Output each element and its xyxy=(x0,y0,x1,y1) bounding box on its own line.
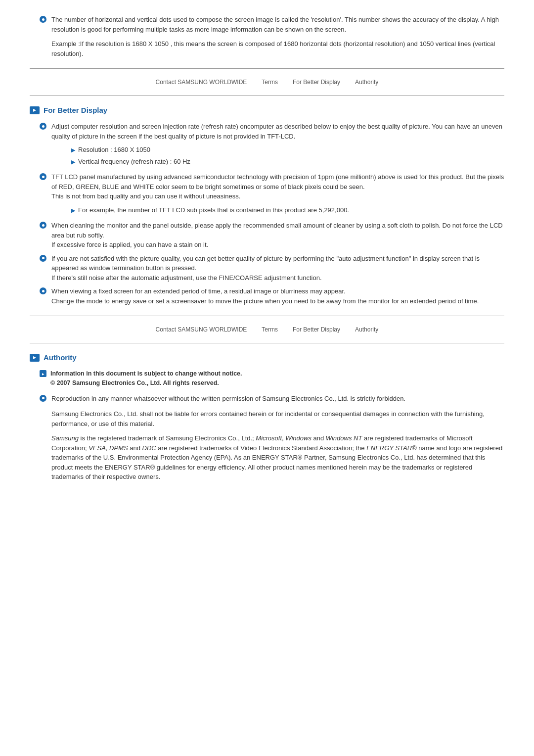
fbd-sub-1b: ▶ Vertical frequency (refresh rate) : 60… xyxy=(71,157,504,167)
nav-bar-2: Contact SAMSUNG WORLDWIDE Terms For Bett… xyxy=(30,326,504,333)
nav-authority-2[interactable]: Authority xyxy=(355,326,378,333)
fbd-sub-1a: ▶ Resolution : 1680 X 1050 xyxy=(71,145,504,155)
nav-divider-1 xyxy=(30,68,504,69)
fbd-text-2: TFT LCD panel manufactured by using adva… xyxy=(51,172,504,217)
arrow-icon-1a: ▶ xyxy=(71,146,75,154)
fbd-bullet-dot-4 xyxy=(40,255,46,262)
authority-para-2-windows: Windows xyxy=(285,434,312,442)
fbd-bullet-dot-1 xyxy=(40,123,46,130)
fbd-bullet-5: When viewing a fixed screen for an exten… xyxy=(40,286,504,306)
bullet-dot-icon xyxy=(40,16,46,23)
intro-bullet-1: The number of horizontal and vertical do… xyxy=(40,15,504,34)
authority-para-2-ddc: DDC xyxy=(142,444,156,452)
authority-notice: Information in this document is subject … xyxy=(40,369,504,388)
fbd-text-3: When cleaning the monitor and the panel … xyxy=(51,221,504,250)
fbd-sub-text-1b: Vertical frequency (refresh rate) : 60 H… xyxy=(78,157,504,167)
fbd-bullet-3: When cleaning the monitor and the panel … xyxy=(40,221,504,250)
authority-para-2-microsoft: Microsoft xyxy=(256,434,282,442)
arrow-icon-2a: ▶ xyxy=(71,206,75,215)
fbd-bullet-2: TFT LCD panel manufactured by using adva… xyxy=(40,172,504,217)
fbd-bullet-4: If you are not satisfied with the pictur… xyxy=(40,254,504,283)
nav-for-better-display-2[interactable]: For Better Display xyxy=(293,326,340,333)
nav-divider-2 xyxy=(30,316,504,316)
authority-para-1: Samsung Electronics Co., Ltd. shall not … xyxy=(51,409,504,428)
fbd-text-4: If you are not satisfied with the pictur… xyxy=(51,254,504,283)
fbd-text-5: When viewing a fixed screen for an exten… xyxy=(51,286,504,306)
fbd-sub-text-1a: Resolution : 1680 X 1050 xyxy=(78,145,504,155)
authority-bullet-1: Reproduction in any manner whatsoever wi… xyxy=(40,394,504,404)
authority-para-2: Samsung is the registered trademark of S… xyxy=(51,433,504,482)
authority-section: Authority Information in this document i… xyxy=(30,353,504,482)
nav-divider-2b xyxy=(30,343,504,343)
fbd-text-1: Adjust computer resolution and screen in… xyxy=(51,122,504,168)
authority-title: Authority xyxy=(44,353,77,362)
nav-divider-1b xyxy=(30,95,504,96)
example-block: Example :If the resolution is 1680 X 105… xyxy=(51,39,504,58)
nav-contact[interactable]: Contact SAMSUNG WORLDWIDE xyxy=(156,79,247,86)
intro-text-1: The number of horizontal and vertical do… xyxy=(51,15,504,34)
nav-contact-2[interactable]: Contact SAMSUNG WORLDWIDE xyxy=(156,326,247,333)
fbd-sub-text-2a: For example, the number of TFT LCD sub p… xyxy=(78,205,504,215)
intro-section: The number of horizontal and vertical do… xyxy=(30,15,504,58)
authority-para-2-windowsnt: Windows NT xyxy=(326,434,362,442)
nav-authority-1[interactable]: Authority xyxy=(355,79,378,86)
arrow-icon-1b: ▶ xyxy=(71,158,75,166)
for-better-display-section: For Better Display Adjust computer resol… xyxy=(30,106,504,306)
nav-for-better-display-1[interactable]: For Better Display xyxy=(293,79,340,86)
for-better-display-header: For Better Display xyxy=(30,106,504,114)
authority-para-2-vesa: VESA xyxy=(89,444,106,452)
fbd-bullet-dot-3 xyxy=(40,222,46,229)
authority-para-2-block: Samsung is the registered trademark of S… xyxy=(51,433,504,482)
authority-notice-icon xyxy=(40,370,46,377)
nav-bar-1: Contact SAMSUNG WORLDWIDE Terms For Bett… xyxy=(30,79,504,86)
authority-bullet-dot-1 xyxy=(40,395,46,402)
authority-notice-text: Information in this document is subject … xyxy=(50,369,242,388)
authority-para-2-energy: ENERGY STAR® xyxy=(366,444,417,452)
fbd-bullet-1: Adjust computer resolution and screen in… xyxy=(40,122,504,168)
section-icon-for-better-display xyxy=(30,106,40,114)
for-better-display-title: For Better Display xyxy=(44,106,107,114)
nav-terms-1[interactable]: Terms xyxy=(262,79,278,86)
authority-header: Authority xyxy=(30,353,504,362)
example-text: Example :If the resolution is 1680 X 105… xyxy=(51,39,504,58)
authority-para-1-block: Samsung Electronics Co., Ltd. shall not … xyxy=(51,409,504,428)
fbd-bullet-dot-5 xyxy=(40,287,46,294)
fbd-bullet-dot-2 xyxy=(40,173,46,180)
authority-text-1: Reproduction in any manner whatsoever wi… xyxy=(51,394,504,404)
authority-para-2-dpms: DPMS xyxy=(109,444,128,452)
section-icon-authority xyxy=(30,354,40,362)
authority-para-2-samsung: Samsung xyxy=(51,434,79,442)
fbd-sub-2a: ▶ For example, the number of TFT LCD sub… xyxy=(71,205,504,215)
nav-terms-2[interactable]: Terms xyxy=(262,326,278,333)
